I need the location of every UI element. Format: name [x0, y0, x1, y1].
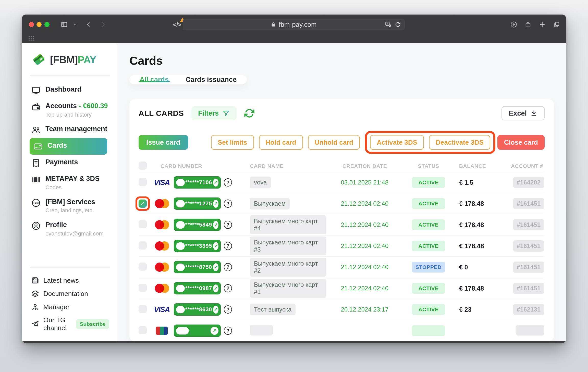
actions-row: Issue card Set limits Hold card Unhold c… [139, 135, 545, 150]
sidebar-item-sub: Creo, landings, etc. [45, 207, 95, 214]
sidebar-item-documentation[interactable]: Documentation [30, 287, 111, 300]
subscribe-badge[interactable]: Subscribe [76, 319, 109, 329]
sidebar-item-metapay-3ds[interactable]: METAPAY & 3DSCodes [30, 171, 111, 194]
app-logo[interactable]: [FBM]PAY [30, 52, 111, 68]
sidebar-item-team-management[interactable]: Team management [30, 121, 111, 138]
sidebar-item-label: METAPAY & 3DSCodes [45, 175, 100, 191]
address-bar[interactable]: fbm-pay.com A× [183, 19, 405, 30]
profile-icon [31, 221, 41, 231]
tab-cards-issuance[interactable]: Cards issuance [185, 75, 237, 84]
card-number-pill[interactable]: ******0987↗ [174, 282, 221, 294]
hold-card-button[interactable]: Hold card [259, 135, 303, 150]
excel-export-button[interactable]: Excel [501, 106, 545, 120]
sidebar-item-cards[interactable]: Cards [30, 138, 107, 155]
balance: € 178.48 [454, 242, 500, 250]
minimize-window-button[interactable] [36, 22, 42, 27]
deactivate-3ds-button[interactable]: Deactivate 3DS [429, 135, 490, 150]
help-icon[interactable]: ? [224, 178, 232, 187]
sidebar-item-label: [FBM] ServicesCreo, landings, etc. [45, 198, 95, 214]
row-checkbox[interactable] [139, 263, 147, 271]
sidebar-item-sub: Top-up and history [45, 111, 108, 118]
reload-icon[interactable] [395, 21, 401, 28]
open-card-icon[interactable]: ↗ [213, 306, 218, 314]
set-limits-button[interactable]: Set limits [211, 135, 254, 150]
open-card-icon[interactable]: ↗ [213, 242, 218, 250]
sidebar-item-dashboard[interactable]: Dashboard [30, 82, 111, 98]
annotation-checkbox-highlight: ✓ [136, 196, 150, 211]
help-icon[interactable]: ? [224, 200, 232, 208]
row-checkbox[interactable] [139, 305, 147, 313]
row-checkbox[interactable]: ✓ [139, 200, 147, 208]
issue-card-button[interactable]: Issue card [139, 135, 188, 150]
row-checkbox[interactable] [139, 241, 147, 250]
open-card-icon[interactable]: ↗ [211, 327, 218, 335]
account-number: #161451 [513, 219, 544, 230]
card-number-pill[interactable]: ↗ [174, 325, 221, 337]
chevron-down-icon[interactable] [71, 21, 80, 28]
help-icon[interactable]: ? [224, 327, 232, 335]
filters-button[interactable]: Filters [191, 106, 237, 120]
sidebar-item-fbm-services[interactable]: [FBM] [FBM] ServicesCreo, landings, etc. [30, 194, 111, 217]
card-chip [176, 327, 189, 334]
back-button[interactable] [84, 21, 93, 28]
card-number-pill[interactable]: ******8750↗ [174, 261, 221, 273]
sidebar-item-payments[interactable]: Payments [30, 155, 111, 171]
card-number-pill[interactable]: ******3395↗ [174, 240, 221, 252]
card-name: vova [250, 177, 271, 188]
annotation-3ds-highlight: Activate 3DS Deactivate 3DS [365, 131, 495, 154]
mastercard-logo [153, 262, 171, 273]
open-card-icon[interactable]: ↗ [213, 221, 218, 229]
sidebar-item-latest-news[interactable]: Latest news [30, 274, 111, 287]
help-icon[interactable]: ? [224, 242, 232, 250]
close-window-button[interactable] [29, 22, 34, 27]
select-all-checkbox[interactable] [139, 162, 147, 170]
help-icon[interactable]: ? [224, 284, 232, 292]
tab-overview-icon[interactable] [552, 21, 561, 28]
open-card-icon[interactable]: ↗ [213, 284, 218, 292]
downloads-icon[interactable] [509, 21, 518, 28]
tab-all-cards[interactable]: All cards [139, 75, 169, 84]
sidebar-item-label: Latest news [43, 277, 79, 284]
new-tab-icon[interactable] [538, 21, 547, 28]
column-header-creation-date: CREATION DATE [326, 163, 403, 169]
card-number: ******5849 [185, 221, 212, 228]
share-icon[interactable] [524, 21, 532, 28]
sidebar-toggle-icon[interactable] [60, 21, 68, 28]
open-card-icon[interactable]: ↗ [213, 200, 218, 208]
open-card-icon[interactable]: ↗ [213, 263, 218, 271]
card-number-pill[interactable]: ******5849↗ [174, 219, 221, 231]
sidebar-item-profile[interactable]: Profileevanstulov@gmail.com [30, 217, 111, 240]
help-icon[interactable]: ? [224, 305, 232, 314]
help-icon[interactable]: ? [224, 221, 232, 229]
row-checkbox[interactable] [139, 178, 147, 186]
unhold-card-button[interactable]: Unhold card [308, 135, 360, 150]
card-name: Выпускаем много карт #2 [250, 258, 326, 277]
forward-button[interactable] [99, 21, 107, 28]
status-badge: ACTIVE [412, 304, 445, 315]
account-number: #162131 [513, 304, 544, 315]
help-icon[interactable]: ? [224, 263, 232, 271]
row-checkbox[interactable] [139, 284, 147, 292]
mastercard-logo [153, 283, 171, 294]
sidebar-item-accounts[interactable]: Accounts - €600.39Top-up and history [30, 98, 111, 121]
translate-icon[interactable]: A× [385, 21, 391, 28]
refresh-icon[interactable] [244, 108, 254, 118]
close-card-button[interactable]: Close card [497, 135, 545, 150]
activate-3ds-button[interactable]: Activate 3DS [370, 135, 424, 150]
receipt-icon [31, 158, 41, 168]
open-card-icon[interactable]: ↗ [213, 179, 218, 187]
account-number: #161451 [513, 283, 544, 294]
row-checkbox[interactable] [139, 326, 147, 334]
sidebar-item-label: Documentation [43, 290, 88, 298]
sidebar-item-manager[interactable]: Manager [30, 300, 111, 314]
web-inspector-icon[interactable]: </> [173, 21, 181, 28]
lock-icon [271, 22, 276, 27]
card-number-pill[interactable]: ******7106↗ [174, 176, 221, 189]
card-number-pill[interactable]: ******1275↗ [174, 197, 221, 210]
apps-grid-icon[interactable] [29, 36, 34, 41]
sidebar-item-tg-channel[interactable]: Our TG channel Subscribe [30, 314, 111, 334]
row-checkbox[interactable] [139, 220, 147, 228]
card-number-pill[interactable]: ******8630↗ [174, 303, 221, 316]
fbm-circle-icon: [FBM] [31, 198, 41, 208]
zoom-window-button[interactable] [44, 22, 50, 27]
